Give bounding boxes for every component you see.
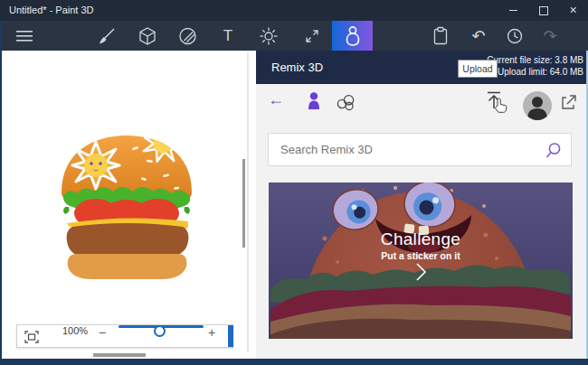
paint3d-window: Untitled* - Paint 3D ✕	[0, 0, 588, 365]
3d-shapes-icon	[138, 26, 156, 46]
undo-button[interactable]: ↶	[465, 21, 492, 51]
back-arrow-icon: ←	[268, 90, 284, 108]
boards-nav-button[interactable]	[336, 94, 356, 115]
3d-shapes-tool-button[interactable]	[134, 21, 161, 51]
canvas-horizontal-scrollbar-thumb[interactable]	[93, 353, 146, 357]
text-tool-button[interactable]: T	[214, 21, 242, 51]
boards-icon	[336, 94, 356, 111]
effects-tool-button[interactable]	[255, 21, 282, 51]
brushes-tool-button[interactable]	[93, 21, 120, 51]
challenge-subtitle: Put a sticker on it	[269, 250, 573, 261]
share-icon	[561, 94, 577, 110]
file-size-info: Current file size: 3.8 MB Upload limit: …	[487, 54, 583, 78]
close-icon: ✕	[569, 5, 577, 16]
window-left-border	[0, 21, 2, 365]
redo-icon: ↷	[543, 28, 556, 44]
brush-icon	[97, 26, 117, 46]
remix-3d-tab-button[interactable]	[332, 21, 373, 51]
avatar	[523, 91, 552, 120]
zoom-level-value: 100%	[62, 325, 88, 336]
undo-icon: ↶	[471, 28, 485, 44]
challenge-card[interactable]: Challenge Put a sticker on it	[269, 182, 573, 339]
paste-button[interactable]	[427, 21, 454, 51]
share-button[interactable]	[561, 94, 577, 114]
paste-icon	[432, 26, 450, 46]
window-title: Untitled* - Paint 3D	[9, 5, 94, 15]
maximize-icon	[539, 6, 548, 15]
chevron-right-icon[interactable]	[413, 262, 428, 282]
back-button[interactable]: ←	[268, 91, 284, 108]
current-file-size: Current file size: 3.8 MB	[487, 54, 583, 66]
zoom-slider-thumb[interactable]	[154, 325, 166, 337]
zoom-control-bar: 100% − +	[16, 324, 233, 348]
profile-icon	[307, 92, 321, 110]
hamburger-menu-icon	[16, 30, 33, 42]
minimize-button[interactable]	[498, 0, 527, 21]
search-input[interactable]	[269, 134, 571, 165]
canvas-vertical-scrollbar-thumb[interactable]	[242, 159, 245, 248]
upload-tooltip: Upload	[458, 60, 498, 78]
history-button[interactable]	[501, 21, 528, 51]
toolbar	[0, 21, 588, 51]
fit-to-view-button[interactable]	[24, 331, 39, 347]
menu-button[interactable]	[11, 21, 38, 51]
hand-cursor-icon	[495, 98, 507, 113]
burger-artwork[interactable]	[56, 133, 197, 281]
account-button[interactable]	[523, 91, 552, 124]
zoom-out-button[interactable]: −	[99, 325, 106, 340]
upload-limit: Upload limit: 64.0 MB	[487, 66, 583, 78]
challenge-title: Challenge	[269, 229, 573, 249]
sticker-icon	[178, 26, 198, 46]
history-icon	[506, 27, 524, 45]
canvas-vertical-scrollbar-track[interactable]	[247, 52, 249, 352]
profile-nav-button[interactable]	[307, 92, 321, 114]
text-icon: T	[223, 28, 232, 43]
close-button[interactable]: ✕	[558, 0, 588, 21]
window-bottom-border	[0, 359, 588, 365]
canvas-icon	[303, 27, 321, 45]
remix-panel-title: Remix 3D	[271, 61, 323, 74]
effects-icon	[259, 26, 279, 46]
remix-3d-icon	[344, 24, 362, 48]
maximize-button[interactable]	[529, 0, 558, 21]
redo-button[interactable]: ↷	[536, 21, 564, 51]
stickers-tool-button[interactable]	[175, 21, 202, 51]
search-box	[268, 133, 572, 166]
canvas-tool-button[interactable]	[299, 21, 326, 51]
search-icon[interactable]	[545, 142, 562, 159]
zoom-bar-accent	[228, 325, 233, 347]
minimize-icon	[509, 10, 517, 11]
zoom-in-button[interactable]: +	[208, 325, 215, 340]
fit-to-view-icon	[24, 331, 39, 343]
